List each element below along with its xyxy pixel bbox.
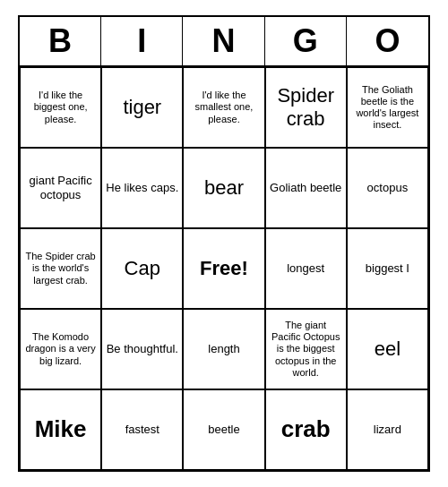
header-letter: B	[20, 17, 101, 65]
bingo-cell: Goliath beetle	[265, 148, 347, 228]
bingo-cell: fastest	[101, 389, 183, 470]
bingo-cell: eel	[347, 309, 428, 389]
bingo-cell: The Spider crab is the world's largest c…	[20, 228, 101, 309]
bingo-cell: giant Pacific octopus	[20, 148, 101, 228]
bingo-cell: Cap	[101, 228, 183, 309]
bingo-cell: crab	[265, 389, 347, 470]
bingo-cell: octopus	[347, 148, 428, 228]
bingo-cell: longest	[265, 228, 347, 309]
bingo-cell: Be thoughtful.	[101, 309, 183, 389]
bingo-cell: He likes caps.	[101, 148, 183, 228]
bingo-cell: bear	[183, 148, 264, 228]
header-letter: I	[101, 17, 183, 65]
bingo-cell: Mike	[20, 389, 101, 470]
bingo-header: BINGO	[20, 17, 428, 67]
bingo-cell: beetle	[183, 389, 264, 470]
bingo-cell: The Goliath beetle is the world's larges…	[347, 67, 428, 148]
bingo-grid: I'd like the biggest one, please.tigerI'…	[20, 67, 428, 470]
bingo-cell: I'd like the biggest one, please.	[20, 67, 101, 148]
header-letter: G	[265, 17, 347, 65]
bingo-cell: I'd like the smallest one, please.	[183, 67, 264, 148]
header-letter: N	[183, 17, 264, 65]
bingo-cell: biggest I	[347, 228, 428, 309]
bingo-cell: lizard	[347, 389, 428, 470]
header-letter: O	[347, 17, 428, 65]
bingo-cell: Free!	[183, 228, 264, 309]
bingo-cell: Spider crab	[265, 67, 347, 148]
bingo-cell: The Komodo dragon is a very big lizard.	[20, 309, 101, 389]
bingo-cell: tiger	[101, 67, 183, 148]
bingo-cell: The giant Pacific Octopus is the biggest…	[265, 309, 347, 389]
bingo-card: BINGO I'd like the biggest one, please.t…	[18, 15, 430, 472]
bingo-cell: length	[183, 309, 264, 389]
